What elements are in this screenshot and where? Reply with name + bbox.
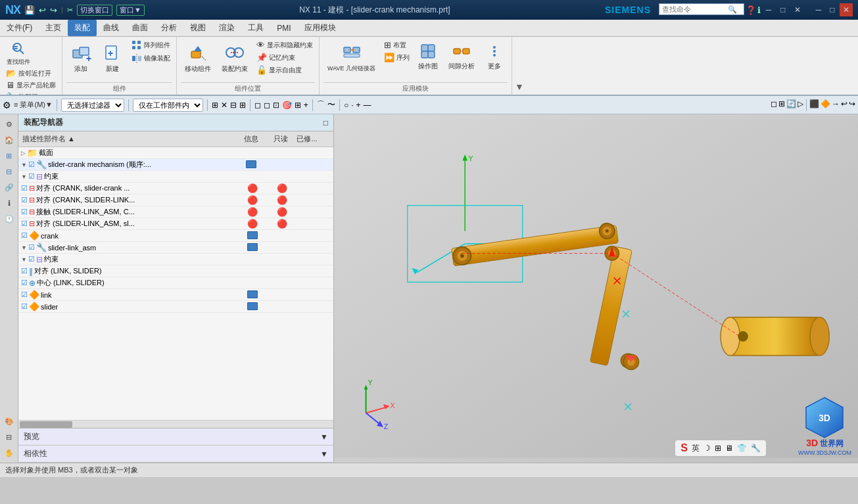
tree-row-slider[interactable]: ☑ 🔶 slider: [18, 301, 333, 313]
ref-icon[interactable]: 🔶: [821, 99, 830, 111]
gap-analysis-btn[interactable]: 间隙分析: [444, 39, 479, 74]
expand-constraints-sub[interactable]: ▼: [21, 256, 27, 263]
open-nearby-btn[interactable]: 📂 按邻近打开: [4, 68, 53, 79]
menu-item-surface[interactable]: 曲面: [126, 20, 155, 36]
find-component-btn[interactable]: 查找组件: [4, 39, 33, 68]
cut-icon[interactable]: ✂: [67, 6, 73, 14]
add-component-btn[interactable]: + 添加: [66, 39, 95, 76]
dependency-section[interactable]: 相依性 ▼: [18, 446, 333, 463]
english-icon[interactable]: 英: [692, 443, 700, 454]
cb-sla[interactable]: ☑: [28, 243, 35, 252]
cb-link1[interactable]: ☑: [21, 267, 28, 275]
tree-row-constraint-3[interactable]: ☑ ⊟ 接触 (SLIDER-LINK_ASM, C... 🔴 🔴: [18, 206, 333, 218]
menu-item-view[interactable]: 视图: [183, 20, 212, 36]
question-icon[interactable]: ❓: [746, 5, 756, 15]
tree-row-crank[interactable]: ☑ 🔶 crank: [18, 230, 333, 242]
view-icon1[interactable]: ◻: [254, 101, 261, 110]
preview-section[interactable]: 预览 ▼: [18, 428, 333, 446]
deselect-icon[interactable]: ✕: [221, 101, 227, 110]
cb-c4[interactable]: ☑: [21, 219, 28, 228]
menu-item-tools[interactable]: 工具: [241, 20, 270, 36]
home-sidebar-icon[interactable]: 🏠: [2, 133, 16, 147]
more-btn[interactable]: 更多: [481, 39, 508, 74]
menu-item-curve[interactable]: 曲线: [97, 20, 126, 36]
info-sidebar-icon[interactable]: ℹ: [2, 196, 16, 210]
win-restore-btn[interactable]: □: [826, 3, 839, 16]
cb-c3[interactable]: ☑: [21, 208, 28, 216]
cb-slider[interactable]: ☑: [21, 302, 28, 311]
assemble-label-row[interactable]: 🔧 装配器: [4, 91, 40, 96]
snap-icon[interactable]: ⬛: [809, 99, 819, 111]
cb-link[interactable]: ☑: [21, 290, 28, 299]
assemble-constraint-btn[interactable]: 装配约束: [218, 39, 252, 76]
layout-btn[interactable]: ⊞ 布置: [382, 39, 412, 51]
color-sidebar-icon[interactable]: 🎨: [2, 414, 16, 428]
filter1-icon[interactable]: ⊟: [230, 101, 237, 110]
menu-label[interactable]: ≡ 菜单(M)▼: [14, 100, 53, 110]
plus-icon[interactable]: +: [356, 101, 360, 110]
search-input[interactable]: [662, 5, 728, 13]
checkbox-constraints[interactable]: ☑: [28, 172, 35, 181]
view-icon5[interactable]: ⊞: [295, 101, 301, 110]
tree-row-constraint-4[interactable]: ☑ ⊟ 对齐 (SLIDER-LINK_ASM, sl... 🔴 🔴: [18, 218, 333, 230]
select-all-icon[interactable]: ⊞: [212, 101, 218, 110]
expand-slider-link[interactable]: ▼: [21, 244, 27, 251]
scroll-thumb[interactable]: [20, 421, 72, 428]
tree-horizontal-scrollbar[interactable]: [18, 420, 333, 428]
tree-row-constraint-2[interactable]: ☑ ⊟ 对齐 (CRANK, SLIDER-LINK... 🔴 🔴: [18, 195, 333, 206]
circle-icon[interactable]: ○: [344, 101, 348, 110]
move-sidebar-icon[interactable]: ✋: [2, 446, 16, 460]
dot-icon[interactable]: ·: [351, 101, 353, 110]
settings-icon[interactable]: ⚙: [3, 100, 11, 110]
settings-sidebar-icon[interactable]: ⚙: [2, 117, 16, 131]
cb-crank[interactable]: ☑: [21, 231, 28, 240]
component-sidebar-icon[interactable]: ⊞: [2, 149, 16, 163]
clock-sidebar-icon[interactable]: 🕐: [2, 212, 16, 226]
wave-icon2[interactable]: 〜: [327, 99, 335, 110]
expand-section[interactable]: ▷: [21, 150, 26, 156]
tree-row-constraints-sub[interactable]: ▼ ☑ ⊟ 约束: [18, 254, 333, 265]
tool-icon1[interactable]: ◻: [771, 99, 777, 111]
line-icon[interactable]: —: [363, 101, 371, 110]
menu-item-modules[interactable]: 应用模块: [298, 20, 343, 36]
tool-icon4[interactable]: ▷: [798, 99, 803, 111]
tree-row-constraint-link1[interactable]: ☑ ‖ 对齐 (LINK, SLIDER): [18, 265, 333, 277]
window-switch-btn[interactable]: 切换窗口: [77, 5, 112, 16]
undo2-icon[interactable]: ↩: [841, 99, 847, 111]
array-component-btn[interactable]: 阵列组件: [130, 39, 172, 51]
menu-item-pmi[interactable]: PMI: [270, 21, 297, 35]
menu-item-render[interactable]: 渲染: [212, 20, 241, 36]
cb-cs[interactable]: ☑: [28, 255, 35, 263]
win-minimize-btn[interactable]: ─: [812, 3, 825, 16]
save-icon[interactable]: 💾: [24, 5, 35, 15]
wrench-icon[interactable]: 🔧: [751, 444, 761, 453]
tool-icon3[interactable]: 🔄: [786, 99, 796, 111]
expand-constraints-top[interactable]: ▼: [21, 173, 27, 180]
tree-row-constraint-link2[interactable]: ☑ ⊕ 中心 (LINK, SLIDER): [18, 277, 333, 289]
menu-item-file[interactable]: 文件(F): [0, 20, 39, 36]
tree-row-slider-link-asm[interactable]: ▼ ☑ 🔧 slider-link_asm: [18, 242, 333, 254]
window-menu-btn[interactable]: 窗口▼: [116, 5, 145, 16]
menu-item-home[interactable]: 主页: [39, 20, 68, 36]
inner-minimize-btn[interactable]: ─: [762, 3, 775, 16]
ribbon-expand-btn[interactable]: ▼: [512, 37, 524, 95]
show-dof-btn[interactable]: 🔓 显示自由度: [254, 64, 315, 76]
cb-c1[interactable]: ☑: [21, 184, 28, 193]
inner-restore-btn[interactable]: □: [776, 3, 790, 16]
remember-constraint-btn[interactable]: 📌 记忆约束: [254, 52, 315, 63]
arr-icon[interactable]: →: [832, 99, 840, 111]
grid-icon[interactable]: ⊞: [715, 444, 721, 453]
curve-icon[interactable]: ⌒: [317, 99, 325, 110]
assembly-sidebar-icon[interactable]: 🔗: [2, 180, 16, 195]
tree-row-constraint-1[interactable]: ☑ ⊟ 对齐 (CRANK, slider-crank ... 🔴 🔴: [18, 183, 333, 195]
menu-item-assemble[interactable]: 装配: [68, 20, 97, 36]
tree-row-link[interactable]: ☑ 🔶 link: [18, 289, 333, 301]
move-component-btn[interactable]: 移动组件: [181, 39, 215, 76]
new-component-btn[interactable]: + 新建: [98, 39, 127, 76]
show-product-btn[interactable]: 🖥 显示产品轮廓: [4, 80, 58, 91]
checkbox-assembly[interactable]: ☑: [28, 160, 35, 169]
redo2-icon[interactable]: ↪: [849, 99, 855, 111]
operations-btn[interactable]: 操作图: [414, 39, 442, 74]
expand-assembly[interactable]: ▼: [21, 162, 27, 168]
show-hide-constraints-btn[interactable]: 👁 显示和隐藏约束: [254, 39, 315, 51]
